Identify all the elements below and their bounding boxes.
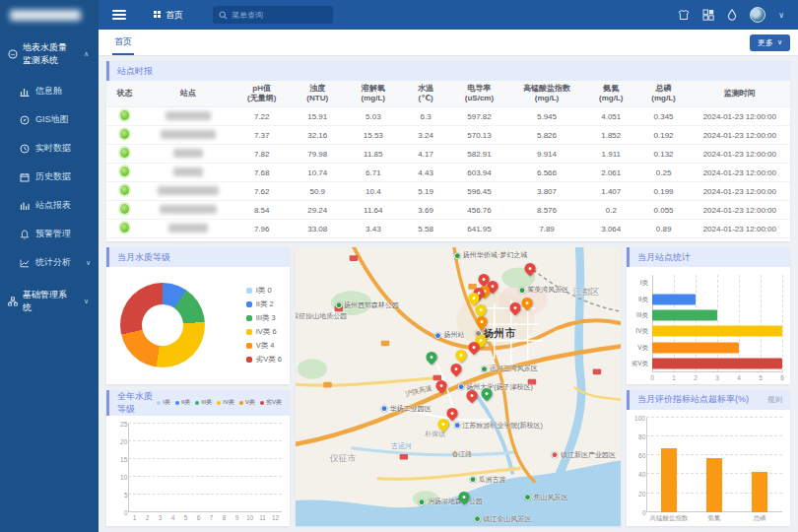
legend-item[interactable]: V类 4 [246, 341, 282, 351]
legend-item[interactable]: IV类 [217, 398, 234, 407]
poi-icon [474, 515, 481, 522]
poi-icon [518, 287, 525, 294]
annual-grade-stacked-chart: 0510152025123456789101112 [106, 416, 290, 527]
column-header: 电导率(uS/cm) [449, 81, 509, 107]
table-row[interactable]: 7.9633.083.435.58641.957.893.0640.892024… [106, 220, 790, 238]
hbar[interactable] [652, 294, 696, 304]
station-pin-red[interactable] [433, 378, 449, 394]
sidebar-item-label: 统计分析 [35, 256, 71, 269]
station-name-redacted [158, 186, 219, 195]
poi-icon [481, 366, 488, 372]
table-row[interactable]: 7.3732.1615.533.24570.135.8261.8520.1922… [106, 126, 790, 145]
sidebar-group-base-system[interactable]: 基础管理系统 ∨ [0, 277, 99, 324]
search-input[interactable] [232, 11, 327, 20]
station-name-redacted [168, 224, 208, 233]
more-button[interactable]: 更多∨ [750, 34, 790, 51]
column-header: 总磷(mg/L) [637, 81, 689, 107]
sidebar-item-alert-management[interactable]: 预警管理 [0, 220, 99, 248]
legend-item[interactable]: V类 [239, 398, 255, 407]
table-row[interactable]: 7.6250.910.45.19596.453.8071.4070.199202… [106, 182, 790, 201]
sidebar: 地表水质量监测系统 ∧ 信息舱 GIS地图 实时数据 历史数据 站点报表 预警管… [0, 0, 99, 532]
station-pin-red[interactable] [448, 361, 464, 376]
status-dot-normal [120, 223, 129, 233]
water-system-icon [8, 49, 18, 59]
bell-icon [20, 230, 30, 239]
legend-item[interactable]: IV类 6 [246, 327, 282, 337]
table-row[interactable]: 7.8279.9811.854.17582.919.9141.9110.1322… [106, 145, 790, 164]
calendar-icon [20, 172, 30, 182]
menu-search[interactable] [213, 6, 333, 24]
legend-item[interactable]: 劣V类 [260, 398, 282, 407]
water-drop-icon[interactable] [727, 9, 737, 21]
station-pin-yellow[interactable] [453, 348, 469, 364]
exceed-rate-panel: 当月评价指标站点超标率(%) 规则 020406080100高锰酸盐指数氨氮总磷 [627, 390, 790, 527]
apps-grid-icon [154, 11, 162, 19]
sidebar-group-label: 地表水质量监测系统 [23, 41, 74, 67]
status-dot-normal [120, 204, 129, 214]
sidebar-item-info-cockpit[interactable]: 信息舱 [0, 77, 99, 105]
legend-item[interactable]: 劣V类 6 [246, 355, 282, 365]
poi-icon [457, 384, 464, 391]
map-text-label: 仪征市 [330, 454, 357, 464]
poi-icon [470, 476, 477, 483]
station-table-wrap[interactable]: 状态站点pH值(无量纲)浊度(NTU)溶解氧(mg/L)水温(℃)电导率(uS/… [106, 81, 790, 241]
station-pin-orange[interactable] [519, 295, 535, 310]
vbar[interactable] [752, 472, 767, 512]
map-poi-label: 瓜洲古渡 [470, 476, 506, 484]
screen-layout-icon[interactable] [702, 9, 714, 21]
user-avatar[interactable] [750, 7, 765, 23]
sidebar-item-history-data[interactable]: 历史数据 [0, 163, 99, 191]
column-header: 高锰酸盐指数(mg/L) [509, 81, 584, 107]
hbar[interactable] [652, 326, 782, 337]
legend-item[interactable]: II类 2 [246, 299, 282, 309]
column-header: 监测时间 [690, 81, 790, 107]
menu-toggle-icon[interactable] [112, 8, 126, 22]
rules-link[interactable]: 规则 [767, 395, 782, 405]
station-pin-red[interactable] [522, 261, 538, 277]
station-stats-hbar-chart: 0123456I类II类III类IV类V类劣V类 [627, 267, 790, 384]
station-map[interactable]: 扬州华侨城·梦幻之城茱萸湾风景区江都区扬州西郊森林公园仪征捺山地质公园扬州站运河… [296, 247, 621, 526]
tab-home[interactable]: 首页 [112, 30, 134, 55]
station-pin-red[interactable] [445, 406, 461, 422]
station-pin-yellow[interactable] [435, 417, 451, 432]
sidebar-item-label: 站点报表 [35, 199, 71, 212]
chevron-down-icon[interactable]: ∨ [778, 11, 784, 20]
station-name-redacted [160, 205, 217, 214]
sidebar-group-water-system[interactable]: 地表水质量监测系统 ∧ [0, 30, 99, 77]
topbar-home-link[interactable]: 首页 [154, 9, 183, 22]
theme-skin-icon[interactable] [678, 9, 690, 21]
station-stats-panel: 当月站点统计 0123456I类II类III类IV类V类劣V类 [627, 247, 790, 384]
status-dot-normal [120, 166, 129, 176]
hbar[interactable] [652, 342, 739, 353]
vbar[interactable] [706, 458, 722, 512]
legend-item[interactable]: I类 0 [246, 286, 282, 296]
column-header: 氨氮(mg/L) [584, 81, 637, 107]
tabbar: 首页 更多∨ [99, 30, 798, 56]
map-poi-label: 运河三湾风景区 [481, 366, 538, 373]
report-icon [20, 201, 30, 211]
sidebar-item-realtime-data[interactable]: 实时数据 [0, 134, 99, 163]
sidebar-item-station-report[interactable]: 站点报表 [0, 191, 99, 220]
sidebar-group-label: 基础管理系统 [23, 289, 74, 314]
hbar[interactable] [652, 310, 717, 321]
vbar[interactable] [661, 448, 677, 512]
table-row[interactable]: 8.5429.2411.643.69456.768.5760.20.055202… [106, 201, 790, 220]
hbar[interactable] [652, 359, 782, 369]
map-poi-label: 润扬湿地森林公园 [419, 499, 483, 506]
legend-item[interactable]: I类 [157, 398, 170, 407]
table-row[interactable]: 7.6810.746.714.43603.946.5662.0610.25202… [106, 164, 790, 182]
station-name-redacted [173, 149, 203, 158]
search-icon [219, 11, 228, 20]
donut-ring [120, 283, 205, 367]
station-pin-green[interactable] [424, 350, 439, 366]
sidebar-item-statistics[interactable]: 统计分析 ∨ [0, 248, 99, 277]
map-poi-label: 扬州站 [434, 332, 464, 340]
legend-item[interactable]: III类 [195, 398, 212, 407]
legend-item[interactable]: II类 [175, 398, 190, 407]
annual-legend: I类II类III类IV类V类劣V类 [157, 398, 282, 407]
map-text-label: 朴席镇 [425, 432, 445, 439]
legend-item[interactable]: III类 3 [246, 313, 282, 323]
panel-title: 站点时报 [117, 65, 153, 78]
table-row[interactable]: 7.2215.915.036.3597.825.9454.0510.345202… [106, 107, 790, 126]
sidebar-item-gis-map[interactable]: GIS地图 [0, 105, 99, 134]
